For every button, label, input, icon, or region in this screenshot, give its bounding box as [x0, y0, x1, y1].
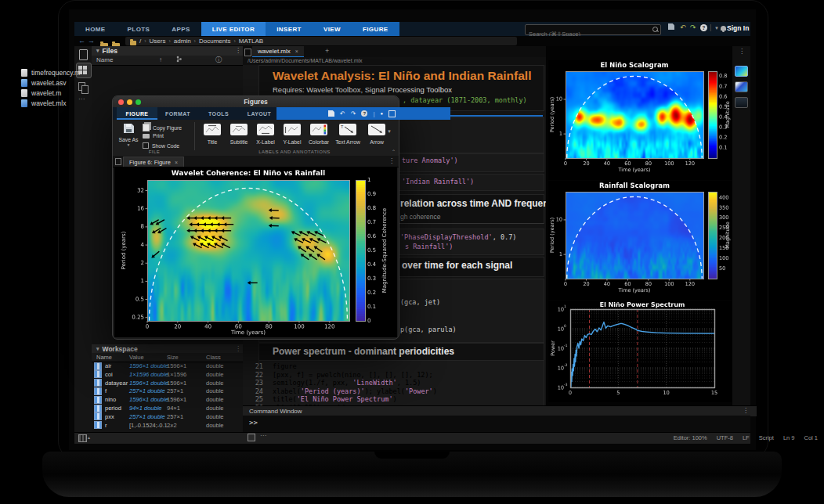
command-prompt[interactable]: >> — [249, 419, 258, 427]
annotation-subtitle-button[interactable]: Subtitle — [226, 123, 252, 145]
workspace-row[interactable]: datayear1596×1 double1596×1double — [92, 379, 243, 387]
workspace-row[interactable]: coi1×1596 double1×1596double — [92, 370, 243, 379]
code-line[interactable]: 22[pxx, f] = pwelch(nino, [], [], [], 12… — [243, 371, 546, 380]
show-code-checkbox[interactable]: Show Code — [143, 142, 179, 149]
save-icon[interactable] — [668, 23, 674, 31]
col-value[interactable]: Value — [129, 353, 144, 362]
status-line[interactable]: Ln 9 — [783, 434, 795, 441]
sign-in-button[interactable]: Sign In — [727, 24, 749, 32]
collapse-ribbon-icon[interactable]: ⌃ — [392, 149, 396, 154]
dock-figure-icon[interactable] — [115, 158, 121, 165]
tab-insert[interactable]: INSERT — [266, 22, 313, 36]
print-button[interactable]: Print — [143, 133, 164, 139]
files-panel-header[interactable]: ▾ Files — [92, 46, 248, 56]
tab-apps[interactable]: APPS — [161, 22, 201, 36]
col-class[interactable]: Class — [206, 353, 221, 362]
figures-panel-menu-icon[interactable]: ⋮ — [739, 48, 745, 55]
command-window-header[interactable]: Command Window — [243, 405, 757, 416]
undo-icon[interactable]: ↶ — [680, 23, 686, 31]
annotation-arrow-button[interactable]: Arrow — [363, 123, 390, 145]
sort-icon[interactable]: ↑ — [159, 56, 162, 65]
copy-figure-button[interactable]: Copy Figure — [143, 124, 182, 131]
breadcrumb-root[interactable]: / — [139, 38, 141, 45]
chevron-down-icon[interactable]: ▼ — [714, 26, 719, 31]
breadcrumb-admin[interactable]: admin — [174, 38, 191, 45]
command-window-menu-icon[interactable]: ⋮ — [743, 407, 749, 414]
git-branch-icon[interactable] — [176, 56, 182, 66]
annotation-ylabel-button[interactable]: Y-Label — [279, 123, 305, 145]
annotation-xlabel-button[interactable]: X-Label — [252, 123, 279, 145]
collapse-caret-icon[interactable]: ▾ — [96, 346, 99, 352]
panel-restore-icon[interactable] — [248, 434, 255, 441]
workspace-row[interactable]: period94×1 double94×1double — [92, 404, 243, 412]
code-line[interactable]: 25title('El Niño Power Spectrum') — [243, 395, 546, 404]
options-icon[interactable]: ● — [380, 111, 383, 116]
command-window[interactable]: >> — [243, 416, 750, 432]
zoom-window-icon[interactable] — [136, 99, 141, 105]
notifications-bell-icon[interactable] — [721, 24, 726, 32]
ribbon-tab-figure[interactable]: FIGURE — [117, 107, 157, 120]
tab-figure[interactable]: FIGURE — [352, 22, 399, 36]
tab-view[interactable]: VIEW — [313, 22, 352, 36]
status-eol[interactable]: LF — [743, 434, 750, 441]
figures-window[interactable]: Figures FIGURE FORMAT TOOLS LAYOUT ↶ ↷ ?… — [112, 95, 399, 340]
status-editor-zoom[interactable]: Editor: 100% — [674, 434, 707, 441]
ribbon-tab-layout[interactable]: LAYOUT — [239, 107, 280, 120]
code-line[interactable]: 21figure — [243, 362, 546, 371]
close-tab-icon[interactable]: × — [295, 49, 298, 54]
redo-icon[interactable]: ↷ — [351, 110, 356, 117]
pin-ribbon-icon[interactable] — [389, 110, 396, 117]
annotations-dropdown-icon[interactable]: ▼ — [387, 129, 392, 134]
status-file-type[interactable]: Script — [759, 434, 774, 441]
minimize-window-icon[interactable] — [127, 99, 132, 105]
checkbox-icon[interactable] — [143, 142, 149, 149]
status-encoding[interactable]: UTF-8 — [717, 434, 733, 441]
save-icon[interactable] — [328, 110, 334, 117]
tab-plots[interactable]: PLOTS — [117, 22, 161, 36]
breadcrumb[interactable]: / › Users › admin › Documents › MATLAB — [125, 37, 517, 45]
tab-live-editor[interactable]: LIVE EDITOR — [201, 22, 266, 36]
workspace-row[interactable]: air1596×1 double1596×1double — [92, 362, 243, 370]
status-more-icon[interactable]: ⋯ — [260, 432, 267, 439]
files-name-column[interactable]: Name — [96, 56, 113, 65]
file-row[interactable]: timefrequency.m — [0, 67, 172, 77]
undo-icon[interactable]: ↶ — [340, 110, 345, 117]
chevron-up-icon[interactable]: ▴ — [88, 434, 90, 440]
back-arrow-icon[interactable]: ← — [78, 37, 85, 45]
code-line[interactable]: 23semilogy(1./f, pxx, 'LineWidth', 1.5) — [243, 379, 546, 387]
tab-home[interactable]: HOME — [74, 22, 117, 36]
code-block[interactable]: 21figure 22[pxx, f] = pwelch(nino, [], [… — [243, 362, 546, 405]
workspace-panel-header[interactable]: ▾ Workspace — [92, 344, 248, 353]
annotation-colorbar-button[interactable]: Colorbar — [305, 123, 332, 145]
help-icon[interactable]: ? — [361, 110, 367, 117]
close-figure-icon[interactable]: × — [175, 160, 178, 165]
workspace-row[interactable]: f257×1 double257×1double — [92, 387, 243, 395]
close-window-icon[interactable] — [118, 99, 124, 105]
figure-thumbnail-1[interactable] — [735, 66, 748, 77]
layout-toggle-icon[interactable] — [78, 434, 87, 442]
redo-icon[interactable]: ↷ — [690, 23, 696, 31]
dock-icon[interactable] — [244, 49, 251, 56]
figure-tab[interactable]: Figure 6: Figure × — [123, 157, 184, 167]
ribbon-tab-tools[interactable]: TOOLS — [198, 107, 239, 120]
file-row[interactable]: wavelet.asv — [0, 77, 172, 88]
col-name[interactable]: Name — [96, 353, 112, 362]
files-menu-icon[interactable]: ⋮ — [235, 47, 241, 54]
figure-thumbnail-2[interactable] — [735, 81, 748, 92]
editor-panel-icon[interactable] — [79, 49, 88, 60]
workspace-row[interactable]: r[1,-0.1524;-0.1...2×2double — [92, 421, 243, 430]
ribbon-tab-format[interactable]: FORMAT — [157, 107, 198, 120]
status-column[interactable]: Col 1 — [804, 434, 818, 441]
breadcrumb-matlab[interactable]: MATLAB — [239, 38, 263, 45]
col-size[interactable]: Size — [167, 353, 179, 362]
annotation-text-arrow-button[interactable]: T Text Arrow — [332, 123, 363, 145]
code-line[interactable]: 24xlabel('Period (years)'); ylabel('Powe… — [243, 387, 546, 396]
workspace-row[interactable]: nino1596×1 double1596×1double — [92, 395, 243, 404]
workspace-menu-icon[interactable]: ⋮ — [235, 345, 241, 352]
document-tab-wavelet[interactable]: wavelet.mlx × — [252, 46, 304, 58]
forward-arrow-icon[interactable]: → — [88, 37, 95, 45]
info-icon[interactable]: ⓘ — [215, 56, 222, 65]
annotation-title-button[interactable]: Title — [199, 123, 226, 145]
figure-tabs-menu-icon[interactable]: ⋮ — [389, 157, 395, 164]
breadcrumb-users[interactable]: Users — [150, 38, 166, 45]
